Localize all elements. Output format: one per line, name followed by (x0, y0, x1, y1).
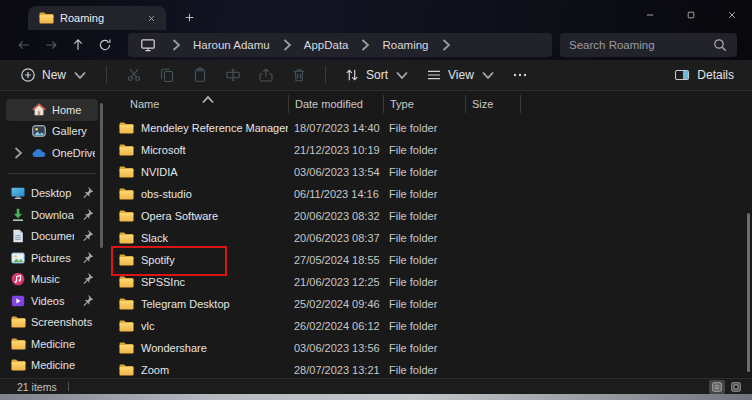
sidebar-items: HomeGalleryOneDrive - PersoDesktopDownlo… (0, 99, 108, 376)
file-row-telegram-desktop[interactable]: Telegram Desktop25/02/2024 09:46File fol… (108, 293, 752, 315)
main-area: HomeGalleryOneDrive - PersoDesktopDownlo… (0, 91, 752, 378)
back-button[interactable] (10, 33, 37, 57)
file-type: File folder (383, 254, 465, 266)
column-header-date-modified[interactable]: Date modified (288, 95, 383, 113)
paste-button[interactable] (183, 62, 216, 88)
new-button[interactable]: New (12, 63, 96, 87)
chevron-right-icon (357, 37, 373, 53)
file-row-microsoft[interactable]: Microsoft21/12/2023 10:19File folder (108, 139, 752, 161)
file-name-cell: Telegram Desktop (108, 296, 288, 312)
expand-chevron-icon[interactable] (10, 145, 26, 161)
sidebar-scrollbar[interactable] (100, 103, 103, 248)
close-button[interactable] (711, 0, 752, 30)
sidebar-item-pictures[interactable]: Pictures (6, 247, 98, 269)
icons-view-icon (730, 381, 742, 393)
column-header-size[interactable]: Size (465, 95, 520, 113)
folder-icon (118, 296, 134, 312)
details-button-label: Details (697, 68, 734, 82)
file-explorer-window: { "colors": { "annotation_red": "#db1515… (0, 0, 752, 400)
file-row-spssinc[interactable]: SPSSInc21/06/2023 12:25File folder (108, 271, 752, 293)
file-row-wondershare[interactable]: Wondershare03/06/2023 13:56File folder (108, 337, 752, 359)
sidebar-item-videos[interactable]: Videos (6, 290, 98, 312)
arrow-back-icon (17, 38, 31, 52)
breadcrumb-item-haroun-adamu[interactable]: Haroun Adamu (191, 37, 272, 53)
file-name-cell: Slack (108, 230, 288, 246)
up-button[interactable] (64, 33, 91, 57)
forward-button[interactable] (37, 33, 64, 57)
file-row-opera-software[interactable]: Opera Software20/06/2023 08:32File folde… (108, 205, 752, 227)
sort-button-label: Sort (366, 68, 388, 82)
rename-button[interactable] (216, 62, 249, 88)
refresh-button[interactable] (91, 33, 118, 57)
file-type: File folder (383, 320, 465, 332)
file-list-scrollbar[interactable] (747, 213, 750, 372)
paste-icon (192, 67, 208, 83)
large-icons-view-toggle[interactable] (728, 380, 744, 394)
breadcrumb-item-roaming[interactable]: Roaming (380, 37, 430, 53)
file-name-cell: SPSSInc (108, 274, 288, 290)
column-headers: Name Date modified Type Size (108, 91, 752, 117)
column-header-type[interactable]: Type (383, 95, 465, 113)
sidebar-item-label: Home (52, 104, 95, 116)
search-input[interactable] (569, 39, 712, 51)
trash-icon (291, 67, 307, 83)
search-box[interactable] (560, 33, 737, 57)
file-row-slack[interactable]: Slack20/06/2023 08:37File folder (108, 227, 752, 249)
column-header-name[interactable]: Name (108, 95, 288, 113)
chevron-down-icon (480, 67, 496, 83)
maximize-button[interactable] (670, 0, 711, 30)
file-row-zoom[interactable]: Zoom28/07/2023 13:21File folder (108, 359, 752, 381)
sidebar-item-onedrive-perso[interactable]: OneDrive - Perso (6, 142, 98, 164)
sidebar-item-documents[interactable]: Documents (6, 226, 98, 248)
cut-button[interactable] (117, 62, 150, 88)
breadcrumb-item-appdata[interactable]: AppData (302, 37, 351, 53)
sidebar-item-medicine[interactable]: Medicine (6, 355, 98, 377)
sidebar-item-desktop[interactable]: Desktop (6, 183, 98, 205)
file-name: Zoom (141, 364, 169, 376)
share-button[interactable] (249, 62, 282, 88)
sidebar-item-medicine[interactable]: Medicine (6, 333, 98, 355)
sidebar-item-downloads[interactable]: Downloads (6, 204, 98, 226)
sort-button[interactable]: Sort (336, 63, 418, 87)
chevron-right-icon (438, 37, 454, 53)
details-pane-button[interactable]: Details (668, 63, 740, 87)
minimize-button[interactable] (629, 0, 670, 30)
explorer-tab-roaming[interactable]: Roaming (28, 6, 166, 30)
file-row-spotify[interactable]: Spotify27/05/2024 18:55File folder (108, 249, 752, 271)
plus-icon (184, 12, 195, 23)
file-row-nvidia[interactable]: NVIDIA03/06/2023 13:54File folder (108, 161, 752, 183)
folder-icon (118, 318, 134, 334)
chevron-right-icon (279, 37, 295, 53)
sidebar-item-home[interactable]: Home (6, 99, 98, 121)
column-header-end (520, 95, 752, 113)
sidebar-item-music[interactable]: Music (6, 269, 98, 291)
sidebar-item-gallery[interactable]: Gallery (6, 121, 98, 143)
chevron-right-icon (168, 37, 184, 53)
folder-icon (118, 230, 134, 246)
delete-button[interactable] (282, 62, 315, 88)
sidebar-item-screenshots[interactable]: Screenshots (6, 312, 98, 334)
folder-icon (118, 186, 134, 202)
pin-icon (79, 271, 95, 287)
file-name-cell: Opera Software (108, 208, 288, 224)
file-type: File folder (383, 364, 465, 376)
command-bar: New Sort View Details (0, 60, 752, 91)
view-icon (426, 67, 442, 83)
folder-icon (10, 314, 26, 330)
titlebar[interactable]: Roaming (0, 0, 752, 30)
view-button[interactable]: View (418, 63, 504, 87)
copy-icon (159, 67, 175, 83)
file-date-modified: 20/06/2023 08:37 (288, 232, 383, 244)
file-type: File folder (383, 342, 465, 354)
file-row-mendeley-reference-manager[interactable]: Mendeley Reference Manager18/07/2023 14:… (108, 117, 752, 139)
details-view-toggle[interactable] (709, 380, 725, 394)
file-row-vlc[interactable]: vlc26/02/2024 06:12File folder (108, 315, 752, 337)
breadcrumb[interactable]: Haroun AdamuAppDataRoaming (128, 33, 552, 57)
new-tab-button[interactable] (181, 9, 197, 25)
more-options-button[interactable] (504, 62, 537, 88)
folder-icon (10, 357, 26, 373)
folder-icon (118, 208, 134, 224)
file-row-obs-studio[interactable]: obs-studio06/11/2023 14:16File folder (108, 183, 752, 205)
tab-close-button[interactable] (143, 10, 159, 26)
copy-button[interactable] (150, 62, 183, 88)
